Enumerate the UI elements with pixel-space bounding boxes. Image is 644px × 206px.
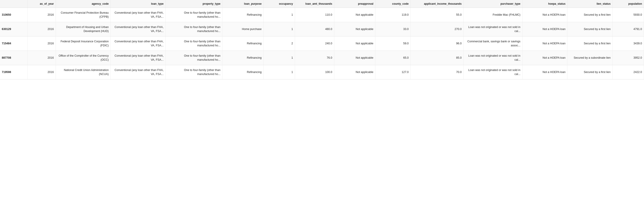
- cell-occupancy: 1: [264, 22, 295, 37]
- table-row: 7195982016National Credit Union Administ…: [0, 65, 644, 79]
- cell-occupancy: 1: [264, 51, 295, 65]
- cell-population: 3439.0: [612, 37, 644, 51]
- column-header-hoepa_status: hoepa_status: [522, 0, 568, 8]
- table-row: 6301292016Department of Housing and Urba…: [0, 22, 644, 37]
- cell-loan_type: Conventional (any loan other than FHA, V…: [110, 51, 166, 65]
- cell-loan_amt_thousands: 100.0: [295, 65, 334, 79]
- cell-agency_code: Office of the Comptroller of the Currenc…: [56, 51, 110, 65]
- cell-loan_amt_thousands: 110.0: [295, 8, 334, 22]
- cell-agency_code: Department of Housing and Urban Developm…: [56, 22, 110, 37]
- cell-index: 887708: [0, 51, 28, 65]
- cell-hoepa_status: Not a HOEPA loan: [522, 37, 568, 51]
- cell-property_type: One to four-family (other than manufactu…: [166, 37, 222, 51]
- table-row: 3106502016Consumer Financial Protection …: [0, 8, 644, 22]
- cell-lien_status: Secured by a subordinate lien: [568, 51, 612, 65]
- cell-purchaser_type: Loan was not originated or was not sold …: [464, 65, 522, 79]
- cell-applicant_income_thousands: 85.0: [411, 51, 464, 65]
- cell-population: 3952.0: [612, 51, 644, 65]
- cell-as_of_year: 2016: [28, 22, 56, 37]
- cell-property_type: One to four-family (other than manufactu…: [166, 8, 222, 22]
- cell-index: 719598: [0, 65, 28, 79]
- column-header-loan_type: loan_type: [110, 0, 166, 8]
- cell-as_of_year: 2016: [28, 8, 56, 22]
- cell-purchaser_type: Loan was not originated or was not sold …: [464, 22, 522, 37]
- cell-county_code: 65.0: [375, 51, 411, 65]
- cell-population: 5930.0: [612, 8, 644, 22]
- column-header-as_of_year: as_of_year: [28, 0, 56, 8]
- cell-lien_status: Secured by a first lien: [568, 8, 612, 22]
- column-header-property_type: property_type: [166, 0, 222, 8]
- cell-lien_status: Secured by a first lien: [568, 22, 612, 37]
- cell-property_type: One to four-family (other than manufactu…: [166, 51, 222, 65]
- data-table-container: as_of_yearagency_codeloan_typeproperty_t…: [0, 0, 644, 79]
- table-body: 3106502016Consumer Financial Protection …: [0, 8, 644, 79]
- cell-loan_purpose: Refinancing: [222, 8, 264, 22]
- cell-county_code: 119.0: [375, 8, 411, 22]
- cell-agency_code: Consumer Financial Protection Bureau (CF…: [56, 8, 110, 22]
- cell-preapproval: Not applicable: [334, 51, 375, 65]
- cell-index: 630129: [0, 22, 28, 37]
- cell-applicant_income_thousands: 70.0: [411, 65, 464, 79]
- cell-loan_type: Conventional (any loan other than FHA, V…: [110, 22, 166, 37]
- cell-preapproval: Not applicable: [334, 65, 375, 79]
- cell-county_code: 127.0: [375, 65, 411, 79]
- data-table: as_of_yearagency_codeloan_typeproperty_t…: [0, 0, 644, 79]
- cell-loan_amt_thousands: 240.0: [295, 37, 334, 51]
- cell-preapproval: Not applicable: [334, 22, 375, 37]
- cell-occupancy: 1: [264, 8, 295, 22]
- cell-index: 310650: [0, 8, 28, 22]
- cell-property_type: One to four-family (other than manufactu…: [166, 65, 222, 79]
- cell-loan_purpose: Refinancing: [222, 51, 264, 65]
- cell-occupancy: 2: [264, 37, 295, 51]
- cell-property_type: One to four-family (other than manufactu…: [166, 22, 222, 37]
- cell-agency_code: National Credit Union Administration (NC…: [56, 65, 110, 79]
- cell-applicant_income_thousands: 270.0: [411, 22, 464, 37]
- cell-as_of_year: 2016: [28, 51, 56, 65]
- cell-index: 715484: [0, 37, 28, 51]
- cell-hoepa_status: Not a HOEPA loan: [522, 22, 568, 37]
- column-header-index: [0, 0, 28, 8]
- cell-loan_purpose: Home purchase: [222, 22, 264, 37]
- column-header-applicant_income_thousands: applicant_income_thousands: [411, 0, 464, 8]
- column-header-preapproval: preapproval: [334, 0, 375, 8]
- cell-purchaser_type: Commercial bank, savings bank or savings…: [464, 37, 522, 51]
- table-header-row: as_of_yearagency_codeloan_typeproperty_t…: [0, 0, 644, 8]
- cell-loan_purpose: Refinancing: [222, 65, 264, 79]
- column-header-lien_status: lien_status: [568, 0, 612, 8]
- column-header-loan_purpose: loan_purpose: [222, 0, 264, 8]
- cell-lien_status: Secured by a first lien: [568, 65, 612, 79]
- cell-agency_code: Federal Deposit Insurance Corporation (F…: [56, 37, 110, 51]
- cell-as_of_year: 2016: [28, 37, 56, 51]
- cell-loan_type: Conventional (any loan other than FHA, V…: [110, 37, 166, 51]
- cell-loan_amt_thousands: 76.0: [295, 51, 334, 65]
- table-row: 8877082016Office of the Comptroller of t…: [0, 51, 644, 65]
- table-row: 7154842016Federal Deposit Insurance Corp…: [0, 37, 644, 51]
- column-header-loan_amt_thousands: loan_amt_thousands: [295, 0, 334, 8]
- cell-preapproval: Not applicable: [334, 8, 375, 22]
- cell-applicant_income_thousands: 55.0: [411, 8, 464, 22]
- cell-loan_type: Conventional (any loan other than FHA, V…: [110, 8, 166, 22]
- column-header-purchaser_type: purchaser_type: [464, 0, 522, 8]
- cell-as_of_year: 2016: [28, 65, 56, 79]
- cell-purchaser_type: Freddie Mac (FHLMC): [464, 8, 522, 22]
- cell-loan_amt_thousands: 480.0: [295, 22, 334, 37]
- cell-population: 2422.0: [612, 65, 644, 79]
- cell-lien_status: Secured by a first lien: [568, 37, 612, 51]
- column-header-occupancy: occupancy: [264, 0, 295, 8]
- cell-county_code: 33.0: [375, 22, 411, 37]
- cell-hoepa_status: Not a HOEPA loan: [522, 51, 568, 65]
- cell-purchaser_type: Loan was not originated or was not sold …: [464, 51, 522, 65]
- cell-hoepa_status: Not a HOEPA loan: [522, 8, 568, 22]
- cell-population: 4791.0: [612, 22, 644, 37]
- column-header-agency_code: agency_code: [56, 0, 110, 8]
- column-header-population: population: [612, 0, 644, 8]
- cell-preapproval: Not applicable: [334, 37, 375, 51]
- cell-hoepa_status: Not a HOEPA loan: [522, 65, 568, 79]
- cell-loan_purpose: Refinancing: [222, 37, 264, 51]
- cell-county_code: 59.0: [375, 37, 411, 51]
- cell-loan_type: Conventional (any loan other than FHA, V…: [110, 65, 166, 79]
- column-header-county_code: county_code: [375, 0, 411, 8]
- cell-occupancy: 1: [264, 65, 295, 79]
- cell-applicant_income_thousands: 96.0: [411, 37, 464, 51]
